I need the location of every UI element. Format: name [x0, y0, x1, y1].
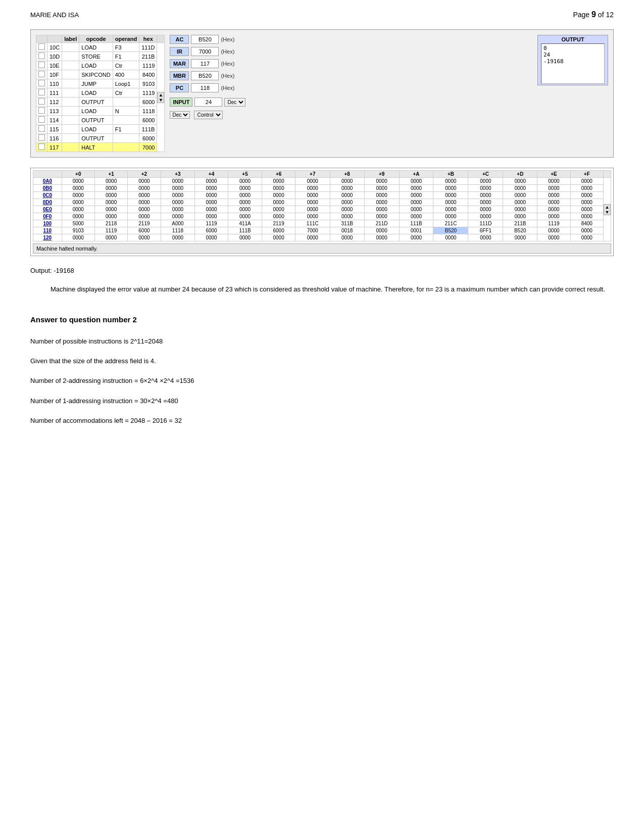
row-checkbox[interactable] [36, 88, 47, 97]
mem-cell: 0000 [330, 185, 364, 192]
mem-cell: 0000 [161, 178, 195, 185]
mem-cell: 0000 [433, 206, 468, 213]
mem-cell: 0000 [399, 192, 433, 199]
mem-col-header: +A [399, 171, 433, 178]
mem-cell: 0000 [295, 213, 330, 220]
row-hex: 9103 [139, 79, 157, 88]
body-section: Output: -19168 Machine displayed the err… [30, 264, 614, 427]
mem-row-addr[interactable]: 0B0 [33, 185, 62, 192]
mem-cell: 0000 [228, 192, 262, 199]
mem-cell: 0000 [262, 185, 295, 192]
input-fmt-select[interactable]: Dec Hex Bin [224, 98, 245, 107]
col-scroll [157, 35, 165, 43]
mem-cell: 0000 [94, 192, 127, 199]
mem-cell: 0000 [94, 206, 127, 213]
mem-col-header: +1 [94, 171, 127, 178]
mem-row-addr[interactable]: 100 [33, 220, 62, 227]
mem-cell: 0000 [128, 185, 161, 192]
ac-register-row: AC B520 (Hex) [170, 35, 532, 44]
mem-row-addr[interactable]: 0E0 [33, 206, 62, 213]
row-operand [113, 116, 139, 125]
mem-cell: 1119 [537, 220, 570, 227]
body-line: Number of accommodations left = 2048 – 2… [30, 415, 614, 426]
mem-cell: 0000 [537, 227, 570, 234]
mem-cell: 0000 [295, 178, 330, 185]
row-label [62, 88, 79, 97]
row-addr: 10F [47, 70, 62, 79]
mem-row-addr[interactable]: 120 [33, 234, 62, 241]
row-opcode: LOAD [79, 125, 113, 134]
body-line: Given that the size of the address field… [30, 355, 614, 367]
col-hex: hex [139, 35, 157, 43]
mem-row-addr[interactable]: 0A0 [33, 178, 62, 185]
row-hex: 211B [139, 52, 157, 61]
mem-cell: 0000 [399, 185, 433, 192]
mem-cell: 0000 [468, 199, 503, 206]
row-opcode: OUTPUT [79, 134, 113, 143]
memory-row: 0E00000000000000000000000000000000000000… [33, 206, 611, 213]
body-line: Number of 1-addressing instruction = 30×… [30, 395, 614, 407]
row-checkbox[interactable] [36, 79, 47, 88]
row-checkbox[interactable] [36, 116, 47, 125]
mem-col-header: +2 [128, 171, 161, 178]
page-number: 9 [591, 10, 596, 19]
mem-cell: 0000 [161, 234, 195, 241]
ac-value: B520 [191, 35, 219, 44]
mem-cell: 0000 [128, 192, 161, 199]
mem-cell: 0000 [364, 192, 399, 199]
mbr-label: MBR [170, 71, 189, 80]
mem-cell: 0000 [262, 234, 295, 241]
mem-cell: 311B [330, 220, 364, 227]
bottom-left-select[interactable]: Dec Hex [170, 111, 190, 119]
mem-cell: 0000 [537, 178, 570, 185]
mem-cell: 111C [295, 220, 330, 227]
halted-bar: Machine halted normally. [33, 243, 611, 254]
mem-cell: 0000 [228, 178, 262, 185]
mem-cell: 0000 [399, 234, 433, 241]
page-of: of [598, 11, 604, 19]
instruction-row: 116 OUTPUT 6000 [36, 134, 165, 143]
pc-register-row: PC 118 (Hex) [170, 83, 532, 92]
row-checkbox[interactable] [36, 43, 47, 52]
row-checkbox[interactable] [36, 134, 47, 143]
row-operand [113, 97, 139, 107]
mem-cell: 0000 [537, 234, 570, 241]
mem-cell: 2119 [262, 220, 295, 227]
mem-row-addr[interactable]: 0C0 [33, 192, 62, 199]
mem-cell: 0000 [537, 213, 570, 220]
mem-row-addr[interactable]: 110 [33, 227, 62, 234]
mem-row-addr[interactable]: 0F0 [33, 213, 62, 220]
mem-cell: 0000 [433, 192, 468, 199]
mem-cell: 411A [228, 220, 262, 227]
body-line: Number of 2-addressing instruction = 6×2… [30, 375, 614, 386]
row-label [62, 70, 79, 79]
output-panel-header: OUTPUT [541, 36, 605, 42]
row-checkbox[interactable] [36, 97, 47, 107]
mbr-fmt: (Hex) [221, 73, 234, 79]
mem-col-header: +4 [195, 171, 228, 178]
row-checkbox[interactable] [36, 125, 47, 134]
row-checkbox[interactable] [36, 143, 47, 152]
mem-cell: 0000 [62, 199, 94, 206]
mem-cell: 2119 [128, 220, 161, 227]
instruction-row: 111 LOAD Ctr 1119 [36, 88, 165, 97]
row-checkbox[interactable] [36, 52, 47, 61]
row-opcode: HALT [79, 143, 113, 152]
mem-cell: 111B [399, 220, 433, 227]
mem-cell: 0000 [433, 178, 468, 185]
mem-cell: 0000 [570, 185, 603, 192]
row-checkbox[interactable] [36, 61, 47, 70]
row-checkbox[interactable] [36, 107, 47, 116]
mem-scrollbar[interactable]: ▲▼ [604, 178, 611, 241]
pc-value: 118 [191, 83, 219, 92]
row-checkbox[interactable] [36, 70, 47, 79]
row-label [62, 125, 79, 134]
control-select[interactable]: Control Step Run [194, 111, 223, 119]
mem-cell: 0000 [570, 213, 603, 220]
mem-row-addr[interactable]: 0D0 [33, 199, 62, 206]
memory-row: 0F00000000000000000000000000000000000000… [33, 213, 611, 220]
mem-cell: 0000 [195, 192, 228, 199]
mem-cell: 0000 [262, 199, 295, 206]
row-label [62, 43, 79, 52]
memory-row: 0C00000000000000000000000000000000000000… [33, 192, 611, 199]
